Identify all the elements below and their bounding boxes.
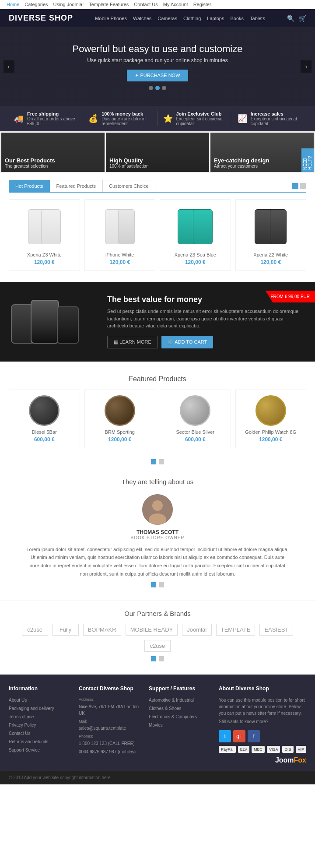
- footer-link-clothes[interactable]: Clothes & Shoes: [149, 705, 210, 712]
- add-to-cart-button[interactable]: 🛒 ADD TO CART: [161, 336, 213, 348]
- watch-card-3[interactable]: Golden Philip Watch 8G 1200,00 €: [235, 390, 307, 448]
- topnav-contact[interactable]: Contact Us: [134, 2, 158, 7]
- feature-club-text: Join Exclusive Club Excepteur sint occae…: [176, 111, 227, 126]
- watches-dot-1[interactable]: [151, 459, 156, 464]
- partner-c2use-2[interactable]: c2use: [144, 640, 171, 652]
- promo-desc: Sed ut perspiciatis unde omnis iste natu…: [107, 308, 304, 330]
- footer-know-more-link[interactable]: Still wants to know more?: [219, 718, 306, 725]
- nav-laptops[interactable]: Laptops: [207, 16, 224, 21]
- footer-col-contact: Contact Diverse Shop Address: Nice Ave, …: [79, 685, 140, 764]
- footer-phone-label: Phones:: [79, 734, 140, 740]
- tab-featured-products[interactable]: Featured Products: [50, 180, 103, 192]
- search-icon[interactable]: 🔍: [287, 15, 294, 22]
- footer-bottom: © 2013 Add your web site copyright infor…: [0, 771, 315, 784]
- partner-bopmakr[interactable]: BOPMAKR: [83, 624, 121, 636]
- partner-template[interactable]: TEMPLATE: [216, 624, 256, 636]
- topnav-home[interactable]: Home: [7, 2, 19, 7]
- facebook-button[interactable]: f: [248, 730, 260, 742]
- partner-easiest[interactable]: EASIEST: [259, 624, 293, 636]
- help-tab[interactable]: NEED HELP?: [301, 148, 314, 172]
- nav-tablets[interactable]: Tablets: [250, 16, 265, 21]
- footer: Information About Us Packaging and deliv…: [0, 675, 315, 771]
- footer-link-movies[interactable]: Movies: [149, 722, 210, 728]
- testimonial-dot-1[interactable]: [151, 582, 156, 587]
- product-card-1[interactable]: iPhone White 120,00 €: [84, 199, 156, 271]
- hero-dot-1[interactable]: [149, 86, 153, 90]
- topnav-my-account[interactable]: My Account: [163, 2, 188, 7]
- product-card-3[interactable]: Xperia Z2 White 120,00 €: [235, 199, 307, 271]
- footer-link-automotive[interactable]: Automotive & Industrial: [149, 697, 210, 703]
- watch-price-2: 600,00 €: [165, 436, 225, 443]
- footer-link-terms[interactable]: Terms of use: [9, 713, 70, 720]
- partner-c2use-1[interactable]: c2use: [22, 624, 48, 636]
- features-bar: 🚚 Free shipping On all your orders above…: [0, 106, 315, 131]
- footer-info-title: Information: [9, 685, 70, 692]
- nav-mobile-phones[interactable]: Mobile Phones: [95, 16, 127, 21]
- footer-col-support: Support / Features Automotive & Industri…: [149, 685, 210, 764]
- cart-icon[interactable]: 🛒: [299, 15, 306, 22]
- banner-best-products[interactable]: Our Best Products The greatest selection: [1, 133, 105, 172]
- hero-next-button[interactable]: ›: [301, 60, 312, 73]
- topnav-categories[interactable]: Categories: [24, 2, 48, 7]
- banner-eye-catching[interactable]: Eye-catching design Attract your custome…: [210, 133, 314, 172]
- watch-card-1[interactable]: BRM Sporting 1200,00 €: [84, 390, 156, 448]
- product-price-0: 120,00 €: [14, 259, 74, 265]
- footer-link-contact[interactable]: Contact Us: [9, 730, 70, 737]
- watches-pagination: [0, 455, 315, 469]
- banner-high-quality[interactable]: High Quality 100% of satisfaction: [106, 133, 209, 172]
- product-image-0: [14, 205, 74, 249]
- tab-next-btn[interactable]: [300, 183, 306, 189]
- testimonial-dot-2[interactable]: [159, 582, 164, 587]
- topnav-using-joomla[interactable]: Using Joomla!: [53, 2, 84, 7]
- google-plus-button[interactable]: g+: [233, 730, 245, 742]
- tab-hot-products[interactable]: Hot Products: [9, 180, 50, 192]
- partners-dot-1[interactable]: [151, 656, 156, 661]
- topnav-register[interactable]: Register: [193, 2, 211, 7]
- product-card-2[interactable]: Xperia Z3 Sea Blue 120,00 €: [160, 199, 231, 271]
- partner-mobile-ready[interactable]: MOBILE READY: [126, 624, 178, 636]
- hero-dot-3[interactable]: [162, 86, 166, 90]
- nav-cameras[interactable]: Cameras: [158, 16, 177, 21]
- watch-card-2[interactable]: Sector Blue Silver 600,00 €: [160, 390, 231, 448]
- promo-buttons: ▦ LEARN MORE 🛒 ADD TO CART: [107, 336, 304, 348]
- footer-link-privacy[interactable]: Privacy Policy: [9, 722, 70, 728]
- footer-link-packaging[interactable]: Packaging and delivery: [9, 705, 70, 712]
- hero-prev-button[interactable]: ‹: [4, 60, 14, 73]
- footer-link-about[interactable]: About Us: [9, 697, 70, 703]
- watch-price-0: 600,00 €: [14, 436, 74, 443]
- partner-joomla[interactable]: Joomla!: [182, 624, 212, 636]
- nav-books[interactable]: Books: [230, 16, 244, 21]
- testimonial-avatar: [142, 494, 173, 525]
- topnav-template-features[interactable]: Template Features: [89, 2, 129, 7]
- footer-link-returns[interactable]: Returns and refunds: [9, 738, 70, 745]
- twitter-button[interactable]: t: [219, 730, 231, 742]
- learn-more-button[interactable]: ▦ LEARN MORE: [107, 336, 158, 348]
- banner-text-1: Our Best Products The greatest selection: [5, 157, 55, 169]
- watch-card-0[interactable]: Diesel 5Bar 600,00 €: [9, 390, 80, 448]
- watch-name-1: BRM Sporting: [90, 429, 150, 435]
- product-card-0[interactable]: Xperia Z3 White 120,00 €: [9, 199, 80, 271]
- banner-trio: Our Best Products The greatest selection…: [0, 131, 315, 173]
- watches-dot-2[interactable]: [159, 459, 164, 464]
- partner-fully[interactable]: Fully: [52, 624, 79, 636]
- footer-mail: sales@squarrs.template: [79, 725, 140, 731]
- tab-prev-btn[interactable]: [292, 183, 298, 189]
- hero-dot-2[interactable]: [155, 86, 160, 90]
- nav-clothing[interactable]: Clothing: [183, 16, 201, 21]
- footer-link-support[interactable]: Support Service: [9, 747, 70, 753]
- nav-watches[interactable]: Watches: [133, 16, 151, 21]
- feature-money-back: 💰 100% money back Duis aute irure dolor …: [83, 111, 158, 126]
- hero-purchase-button[interactable]: ✦ PURCHASE NOW: [127, 70, 188, 81]
- shipping-icon: 🚚: [14, 114, 24, 123]
- partners-dot-2[interactable]: [159, 656, 164, 661]
- promo-badge: FROM € 99,00 EUR: [266, 291, 315, 302]
- social-icons: t g+ f: [219, 730, 306, 742]
- banner-text-3: Eye-catching design Attract your custome…: [214, 157, 269, 169]
- logo: DIVERSE SHOP: [9, 14, 73, 23]
- footer-link-electronics[interactable]: Electronics & Computers: [149, 713, 210, 720]
- tab-customers-choice[interactable]: Customers Choice: [102, 180, 155, 192]
- watch-image-1: [105, 395, 135, 426]
- watch-name-0: Diesel 5Bar: [14, 429, 74, 435]
- product-price-3: 120,00 €: [241, 259, 301, 265]
- payment-paypal: PayPal: [219, 746, 236, 753]
